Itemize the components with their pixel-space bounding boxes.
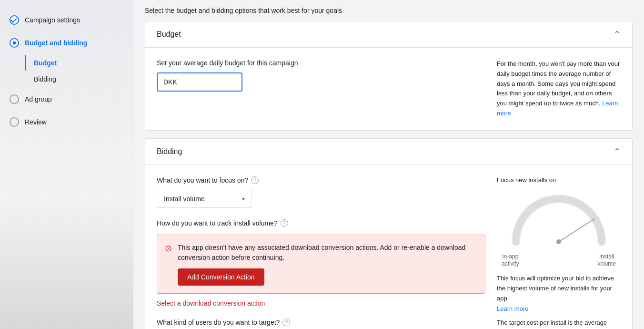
bidding-learn-more-link[interactable]: Learn more [497,305,621,312]
gauge-title: Focus new installs on [497,176,621,184]
gauge-labels: In-appactivity Installvolume [497,253,621,268]
budget-card-title: Budget [157,30,181,39]
focus-help-icon[interactable]: ? [251,176,259,184]
target-label: What kind of users do you want to target… [157,319,485,326]
bidding-card-body: What do you want to focus on? ? Install … [145,165,632,329]
subnav-budget[interactable]: Budget [25,55,133,71]
svg-point-0 [13,41,16,45]
gauge-chart [506,189,611,251]
sidebar-item-budget-bidding[interactable]: Budget and bidding [0,32,133,53]
svg-point-2 [556,239,561,244]
budget-card-header: Budget ⌃ [145,21,632,48]
bidding-collapse-icon[interactable]: ⌃ [614,146,621,157]
sidebar-item-ad-group[interactable]: Ad group [0,89,133,110]
budget-info-text: For the month, you won't pay more than y… [497,59,621,119]
bidding-card-right: Focus new installs on In-appactivity [497,176,621,329]
bidding-card: Bidding ⌃ What do you want to focus on? … [145,138,633,329]
focus-dropdown-value: Install volume [164,195,205,203]
budget-field-label: Set your average daily budget for this c… [157,59,485,67]
sidebar-item-label-review: Review [25,118,47,126]
budget-subnav: Budget Bidding [25,55,133,87]
focus-dropdown-arrow: ▾ [242,195,245,202]
add-conversion-action-button[interactable]: Add Conversion Action [178,268,264,286]
track-help-icon[interactable]: ? [281,219,288,227]
budget-card-body: Set your average daily budget for this c… [145,48,632,130]
main-content: Select the budget and bidding options th… [133,0,644,329]
svg-line-1 [559,219,594,242]
warning-content: This app doesn't have any associated dow… [178,243,477,286]
budget-input[interactable] [157,72,242,92]
budget-card: Budget ⌃ Set your average daily budget f… [145,21,633,131]
sidebar-item-campaign-settings[interactable]: Campaign settings [0,10,133,31]
ad-group-icon [10,94,19,104]
review-icon [10,117,19,127]
focus-label: What do you want to focus on? ? [157,176,485,184]
select-download-conversion-link[interactable]: Select a download conversion action [157,299,485,307]
subnav-bidding[interactable]: Bidding [25,72,133,87]
bidding-card-title: Bidding [157,147,182,156]
warning-box: ⊙ This app doesn't have any associated d… [157,235,485,294]
budget-collapse-icon[interactable]: ⌃ [614,29,621,40]
sidebar-item-label-adgroup: Ad group [25,95,52,103]
focus-dropdown[interactable]: Install volume ▾ [157,190,252,208]
gauge-label-right: Installvolume [597,253,616,268]
sidebar-item-label-campaign: Campaign settings [25,16,80,24]
sidebar: Campaign settings Budget and bidding Bud… [0,0,133,329]
target-help-icon[interactable]: ? [282,319,290,326]
gauge-label-left: In-appactivity [502,253,519,268]
right-info-2: The target cost per install is the avera… [497,318,621,329]
right-info-1: This focus will optimize your bid to ach… [497,274,621,303]
warning-icon: ⊙ [165,243,172,254]
budget-card-left: Set your average daily budget for this c… [157,59,485,119]
page-subtitle: Select the budget and bidding options th… [133,0,644,21]
budget-bidding-icon [10,38,19,48]
bidding-card-left: What do you want to focus on? ? Install … [157,176,485,329]
sidebar-item-label-budget: Budget and bidding [25,39,87,47]
campaign-settings-icon [10,15,19,25]
bidding-card-header: Bidding ⌃ [145,139,632,165]
track-label: How do you want to track install volume?… [157,219,485,227]
budget-card-right: For the month, you won't pay more than y… [497,59,621,119]
warning-text: This app doesn't have any associated dow… [178,243,477,263]
sidebar-item-review[interactable]: Review [0,112,133,133]
